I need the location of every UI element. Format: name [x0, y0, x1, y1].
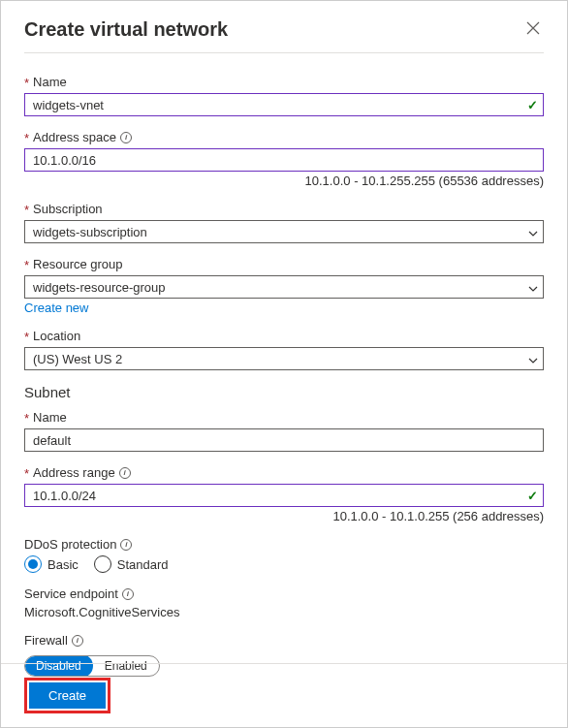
name-label-text: Name [33, 75, 67, 89]
ddos-standard-label: Standard [117, 557, 169, 572]
service-endpoint-label-text: Service endpoint [24, 586, 118, 601]
firewall-label-text: Firewall [24, 633, 68, 648]
ddos-basic-label: Basic [47, 557, 79, 572]
close-button[interactable] [522, 19, 544, 41]
subnet-address-range-input[interactable] [24, 484, 544, 507]
panel-footer: Create [1, 663, 567, 727]
subnet-name-input[interactable] [24, 428, 544, 452]
name-input[interactable] [24, 93, 544, 116]
name-label: * Name [24, 75, 544, 89]
ddos-label-text: DDoS protection [24, 537, 116, 552]
info-icon[interactable] [120, 132, 132, 143]
resource-group-label-text: Resource group [33, 257, 123, 271]
address-space-input[interactable] [24, 148, 544, 172]
required-asterisk: * [24, 76, 29, 90]
create-new-link[interactable]: Create new [24, 301, 88, 315]
required-asterisk: * [24, 466, 29, 481]
panel-header: Create virtual network [24, 18, 544, 53]
required-asterisk: * [24, 411, 29, 426]
required-asterisk: * [24, 258, 29, 272]
subscription-select[interactable] [24, 220, 544, 243]
info-icon[interactable] [120, 539, 132, 551]
address-space-hint: 10.1.0.0 - 10.1.255.255 (65536 addresses… [24, 174, 544, 188]
required-asterisk: * [24, 203, 29, 217]
ddos-label: DDoS protection [24, 537, 544, 552]
panel-title: Create virtual network [24, 18, 228, 41]
info-icon[interactable] [122, 588, 134, 600]
annotation-highlight: Create [24, 678, 110, 713]
firewall-label: Firewall [24, 633, 544, 648]
radio-icon [24, 555, 42, 573]
close-icon [526, 21, 540, 38]
address-space-label-text: Address space [33, 130, 116, 144]
location-label: * Location [24, 329, 544, 343]
info-icon[interactable] [72, 635, 83, 647]
subscription-label: * Subscription [24, 202, 544, 216]
service-endpoint-label: Service endpoint [24, 586, 544, 601]
service-endpoint-value: Microsoft.CognitiveServices [24, 605, 544, 619]
create-button[interactable]: Create [29, 682, 106, 709]
info-icon[interactable] [119, 467, 131, 479]
subnet-address-range-label-text: Address range [33, 465, 115, 480]
subscription-label-text: Subscription [33, 202, 103, 216]
location-label-text: Location [33, 329, 80, 343]
subnet-heading: Subnet [24, 384, 544, 400]
address-space-label: * Address space [24, 130, 544, 144]
ddos-radio-group: Basic Standard [24, 555, 544, 573]
subnet-address-range-hint: 10.1.0.0 - 10.1.0.255 (256 addresses) [24, 509, 544, 523]
required-asterisk: * [24, 330, 29, 344]
ddos-standard-radio[interactable]: Standard [94, 555, 169, 573]
required-asterisk: * [24, 131, 29, 145]
subnet-name-label: * Name [24, 410, 544, 425]
location-select[interactable] [24, 347, 544, 370]
subnet-address-range-label: * Address range [24, 465, 544, 480]
ddos-basic-radio[interactable]: Basic [24, 555, 79, 573]
radio-icon [94, 555, 111, 573]
resource-group-label: * Resource group [24, 257, 544, 271]
resource-group-select[interactable] [24, 275, 544, 299]
subnet-name-label-text: Name [33, 410, 67, 425]
